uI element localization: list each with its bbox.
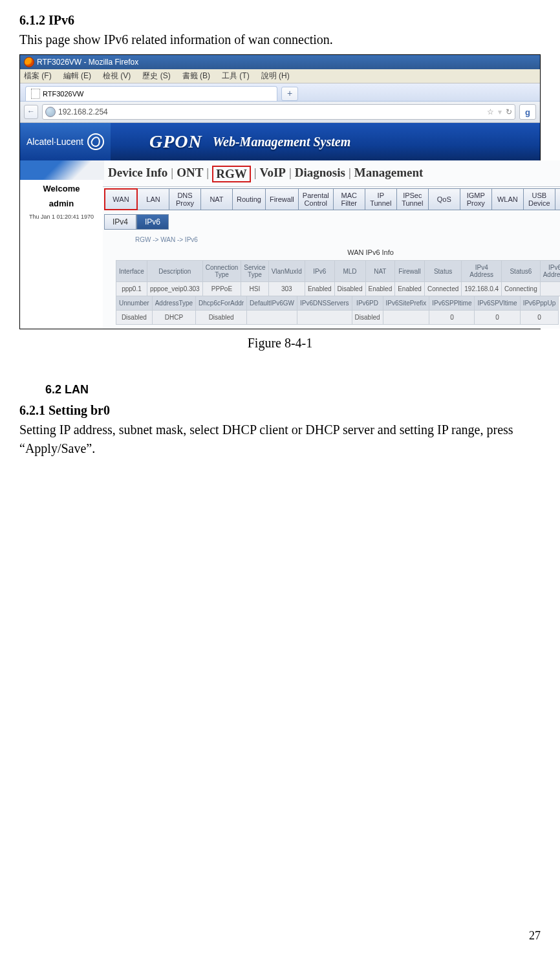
tab-separator: | xyxy=(206,166,209,182)
sub-tab-upnp[interactable]: UPnP xyxy=(555,189,560,210)
cell: pppoe_veip0.303 xyxy=(147,282,202,296)
cell: ppp0.1 xyxy=(116,282,147,296)
cell: Connected xyxy=(424,282,461,296)
col-header: IPv6 xyxy=(305,261,334,282)
username-label: admin xyxy=(25,199,98,208)
main-tab-device-info[interactable]: Device Info xyxy=(108,166,167,182)
menu-item[interactable]: 檢視 (V) xyxy=(103,71,131,82)
sub-tab-lan[interactable]: LAN xyxy=(138,189,169,210)
globe-icon xyxy=(45,107,56,117)
col-header: IPv6SPVltime xyxy=(475,296,520,311)
col-header: IPv6PppUp xyxy=(520,296,559,311)
url-text: 192.168.2.254 xyxy=(58,107,108,116)
paragraph-br0: Setting IP address, subnet mask, select … xyxy=(19,421,541,458)
col-header: ServiceType xyxy=(241,261,268,282)
col-header: IPv6SitePrefix xyxy=(383,296,429,311)
figure-screenshot: RTF3026VW - Mozilla Firefox 檔案 (F)編輯 (E)… xyxy=(19,54,541,329)
cell: 303 xyxy=(268,282,305,296)
cell xyxy=(540,282,560,296)
heading-6-1-2: 6.1.2 IPv6 xyxy=(19,13,541,28)
col-header: DefaultIPv6GW xyxy=(247,296,297,311)
sub-tab-ip[interactable]: IPTunnel xyxy=(365,189,397,210)
ip-tab-ipv6[interactable]: IPv6 xyxy=(136,214,169,230)
col-header: IPv6DNSServers xyxy=(297,296,352,311)
sub-tab-nat[interactable]: NAT xyxy=(201,189,233,210)
sub-tab-qos[interactable]: QoS xyxy=(429,189,460,210)
main-tab-ont[interactable]: ONT xyxy=(177,166,203,182)
sub-tab-usb[interactable]: USBDevice xyxy=(524,189,555,210)
menu-item[interactable]: 工具 (T) xyxy=(222,71,250,82)
timestamp-label: Thu Jan 1 01:20:41 1970 xyxy=(25,214,98,220)
menu-item[interactable]: 檔案 (F) xyxy=(24,71,52,82)
menu-item[interactable]: 歷史 (S) xyxy=(142,71,170,82)
address-bar-row: ← 192.168.2.254 ☆ ▾ ↻ g xyxy=(20,102,540,123)
cell: Disabled xyxy=(116,311,153,325)
col-header: Status6 xyxy=(502,261,541,282)
sub-tab-wan[interactable]: WAN xyxy=(104,188,138,210)
figure-caption: Figure 8-4-1 xyxy=(19,336,541,351)
col-header: Description xyxy=(147,261,202,282)
col-header: Dhcp6cForAddr xyxy=(196,296,247,311)
sub-tab-mac[interactable]: MACFilter xyxy=(334,189,365,210)
brand-name: Alcatel·Lucent xyxy=(27,137,83,147)
col-header: ConnectionType xyxy=(202,261,241,282)
heading-6-2-1: 6.2.1 Setting br0 xyxy=(19,403,541,418)
sub-tab-dns[interactable]: DNSProxy xyxy=(169,189,201,210)
menu-item[interactable]: 編輯 (E) xyxy=(63,71,91,82)
bookmark-star-icon[interactable]: ☆ xyxy=(487,107,494,116)
browser-tab[interactable]: RTF3026VW xyxy=(25,86,277,101)
brand-logo-icon xyxy=(87,133,104,150)
info-title: WAN IPv6 Info xyxy=(103,248,560,256)
sub-tab-wlan[interactable]: WLAN xyxy=(492,189,524,210)
menu-item[interactable]: 說明 (H) xyxy=(261,71,290,82)
tab-separator: | xyxy=(349,166,351,182)
sub-tab-igmp[interactable]: IGMPProxy xyxy=(460,189,492,210)
tab-separator: | xyxy=(254,166,257,182)
breadcrumb: RGW -> WAN -> IPv6 xyxy=(103,230,560,248)
ip-tab-ipv4[interactable]: IPv4 xyxy=(104,214,136,230)
col-header: Unnumber xyxy=(116,296,153,311)
tab-separator: | xyxy=(289,166,292,182)
sub-tab-routing[interactable]: Routing xyxy=(233,189,266,210)
window-titlebar: RTF3026VW - Mozilla Firefox xyxy=(20,55,540,69)
menu-bar: 檔案 (F)編輯 (E)檢視 (V)歷史 (S)書籤 (B)工具 (T)說明 (… xyxy=(20,69,540,83)
cell xyxy=(247,311,297,325)
sub-tab-ipsec[interactable]: IPSecTunnel xyxy=(397,189,429,210)
tab-separator: | xyxy=(171,166,173,182)
col-header: Status xyxy=(424,261,461,282)
refresh-icon[interactable]: ↻ xyxy=(506,107,512,116)
col-header: NAT xyxy=(365,261,395,282)
sub-tab-firewall[interactable]: Firewall xyxy=(266,189,299,210)
welcome-label: Welcome xyxy=(25,184,98,193)
cell: DHCP xyxy=(152,311,195,325)
heading-6-2: 6.2 LAN xyxy=(19,383,541,397)
main-tab-management[interactable]: Management xyxy=(354,166,424,182)
cell: Disabled xyxy=(196,311,247,325)
col-header: AddressType xyxy=(152,296,195,311)
cell: 0 xyxy=(429,311,475,325)
window-title: RTF3026VW - Mozilla Firefox xyxy=(37,58,138,67)
col-header: IPv6PD xyxy=(352,296,383,311)
url-field[interactable]: 192.168.2.254 ☆ ▾ ↻ xyxy=(42,104,515,120)
back-button[interactable]: ← xyxy=(24,105,38,119)
banner-gpon: GPON xyxy=(149,131,202,152)
col-header: IPv6Address xyxy=(540,261,560,282)
search-engine-button[interactable]: g xyxy=(519,104,536,120)
sub-tab-parental[interactable]: ParentalControl xyxy=(299,189,334,210)
col-header: IPv6SPPltime xyxy=(429,296,475,311)
col-header: Firewall xyxy=(395,261,425,282)
cell xyxy=(297,311,352,325)
cell: Enabled xyxy=(365,282,395,296)
cell: 0 xyxy=(475,311,520,325)
cell: Disabled xyxy=(352,311,383,325)
new-tab-button[interactable]: + xyxy=(281,87,298,101)
main-tab-rgw[interactable]: RGW xyxy=(212,166,251,182)
cell: Connecting xyxy=(502,282,541,296)
cell: Enabled xyxy=(395,282,425,296)
main-tab-voip[interactable]: VoIP xyxy=(259,166,285,182)
menu-item[interactable]: 書籤 (B) xyxy=(182,71,210,82)
paragraph-ipv6-intro: This page show IPv6 related information … xyxy=(19,30,541,49)
cell: HSI xyxy=(241,282,268,296)
main-tab-diagnosis[interactable]: Diagnosis xyxy=(295,166,345,182)
cell: Enabled xyxy=(305,282,334,296)
